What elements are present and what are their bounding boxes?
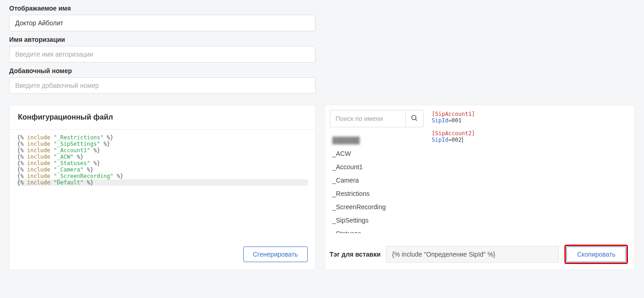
config-footer: Сгенерировать — [10, 240, 315, 269]
config-code-line: {% include "_SipSettings" %} — [17, 141, 308, 147]
display-name-input[interactable] — [9, 15, 316, 31]
template-list-item[interactable]: _Account1 — [330, 160, 424, 174]
tag-label: Тэг для вставки — [330, 251, 381, 258]
config-code-line: {% include "_Restrictions" %} — [17, 134, 308, 141]
ext-number-input[interactable] — [9, 77, 316, 94]
config-code-line: {% include "_Statuses" %} — [17, 160, 308, 166]
search-icon — [411, 115, 418, 123]
templates-list-wrap: ██████_ACW_Account1_Camera_Restrictions_… — [330, 134, 424, 233]
search-input[interactable] — [330, 110, 405, 127]
config-card: Конфигурационный файл {% include "_Restr… — [9, 105, 316, 270]
config-code-line: {% include "_Account1" %} — [17, 147, 308, 154]
template-list-item[interactable]: _Restrictions — [330, 187, 424, 201]
template-list-item[interactable]: ██████ — [330, 134, 424, 147]
templates-top: ██████_ACW_Account1_Camera_Restrictions_… — [330, 110, 628, 237]
copy-button[interactable]: Скопировать — [566, 246, 626, 262]
copy-button-highlight: Скопировать — [564, 245, 628, 264]
template-list-item[interactable]: _Statuses — [330, 227, 424, 233]
display-name-label: Отображаемое имя — [9, 5, 635, 12]
template-list-item[interactable]: _ScreenRecording — [330, 201, 424, 214]
config-code-area[interactable]: {% include "_Restrictions" %}{% include … — [10, 130, 315, 240]
panels: Конфигурационный файл {% include "_Restr… — [0, 105, 644, 279]
template-list-item[interactable]: _SipSettings — [330, 214, 424, 227]
templates-left-col: ██████_ACW_Account1_Camera_Restrictions_… — [330, 110, 424, 237]
templates-card: ██████_ACW_Account1_Camera_Restrictions_… — [325, 105, 635, 270]
template-list-item[interactable]: _Camera — [330, 174, 424, 187]
preview-line: SipId=002 — [432, 137, 628, 143]
preview-line: SipId=001 — [432, 117, 628, 124]
template-list-item[interactable]: _ACW — [330, 147, 424, 160]
search-row — [330, 110, 424, 127]
svg-point-0 — [412, 115, 416, 120]
preview-line — [432, 124, 628, 130]
templates-list[interactable]: ██████_ACW_Account1_Camera_Restrictions_… — [330, 134, 424, 233]
templates-footer: Тэг для вставки Скопировать — [330, 237, 628, 264]
config-title: Конфигурационный файл — [10, 105, 315, 130]
config-code-line: {% include "Default" %} — [17, 179, 308, 186]
template-preview: [SipAccount1]SipId=001 [SipAccount2]SipI… — [432, 110, 628, 237]
config-code-line: {% include "_ScreenRecording" %} — [17, 173, 308, 179]
preview-line: [SipAccount2] — [432, 130, 628, 137]
display-name-group: Отображаемое имя — [9, 5, 635, 31]
auth-name-input[interactable] — [9, 46, 316, 63]
config-code-line: {% include "_ACW" %} — [17, 154, 308, 160]
top-form: Отображаемое имя Имя авторизации Добавоч… — [0, 5, 644, 100]
auth-name-group: Имя авторизации — [9, 36, 635, 63]
config-code-line: {% include "_Camera" %} — [17, 166, 308, 173]
ext-number-label: Добавочный номер — [9, 67, 635, 74]
tag-input[interactable] — [386, 246, 559, 263]
svg-line-1 — [415, 119, 417, 120]
ext-number-group: Добавочный номер — [9, 67, 635, 94]
generate-button[interactable]: Сгенерировать — [243, 246, 308, 262]
search-button[interactable] — [405, 110, 424, 127]
preview-line: [SipAccount1] — [432, 111, 628, 117]
auth-name-label: Имя авторизации — [9, 36, 635, 43]
